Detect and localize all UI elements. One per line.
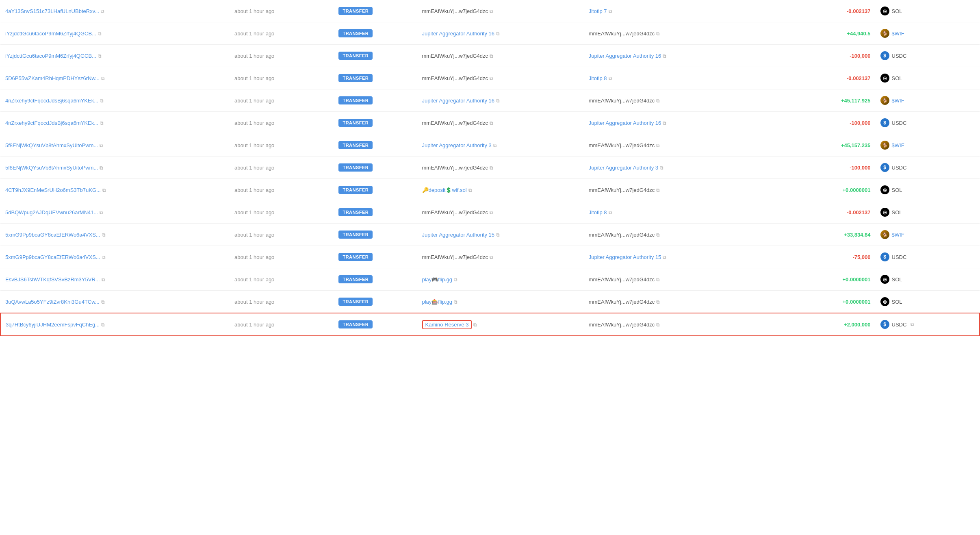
table-row: iYzjdcttGcu6tacoP9mM6Zrfyj4QGCB...⧉about… [0, 45, 980, 67]
copy-icon[interactable]: ⧉ [656, 322, 660, 328]
tx-time: about 1 hour ago [234, 322, 274, 328]
tx-amount: -100,000 [850, 165, 870, 171]
copy-icon[interactable]: ⧉ [656, 299, 660, 305]
token-cell: ◎SOL [880, 74, 975, 83]
token-cell: 🐕$WIF [880, 96, 975, 105]
to-address[interactable]: Jupiter Aggregator Authority 16 [589, 120, 661, 126]
copy-icon[interactable]: ⧉ [663, 53, 666, 59]
tx-hash-link[interactable]: 5xmG9Pp9bcaGY8caEfERWo6a4VXS... [5, 232, 100, 238]
tx-amount: +44,940.5 [847, 30, 870, 37]
to-address[interactable]: Jupiter Aggregator Authority 3 [589, 165, 658, 171]
copy-icon[interactable]: ⧉ [490, 53, 493, 59]
to-address[interactable]: Jitotip 8 [589, 209, 607, 215]
token-cell: 🐕$WIF [880, 141, 975, 150]
copy-icon[interactable]: ⧉ [656, 143, 660, 148]
tx-amount: -0.002137 [847, 209, 871, 215]
copy-icon[interactable]: ⧉ [102, 187, 106, 193]
from-address[interactable]: Jupiter Aggregator Authority 16 [422, 30, 495, 37]
tx-hash-link[interactable]: 3uQAvwLa5o5YFz9iZvr8Khi3Gu4TCw... [5, 299, 100, 305]
copy-icon[interactable]: ⧉ [473, 322, 477, 328]
copy-icon[interactable]: ⧉ [102, 232, 106, 238]
copy-icon[interactable]: ⧉ [656, 277, 660, 283]
copy-icon[interactable]: ⧉ [454, 277, 457, 283]
copy-icon[interactable]: ⧉ [101, 322, 105, 328]
token-label[interactable]: $WIF [892, 98, 904, 104]
copy-icon[interactable]: ⧉ [490, 254, 493, 260]
copy-icon[interactable]: ⧉ [98, 31, 102, 37]
to-address[interactable]: Jitotip 7 [589, 8, 607, 14]
tx-amount: -0.002137 [847, 75, 871, 81]
tx-hash-link[interactable]: iYzjdcttGcu6tacoP9mM6Zrfyj4QGCB... [5, 53, 96, 59]
from-address[interactable]: Kamino Reserve 3 [422, 320, 472, 329]
copy-icon[interactable]: ⧉ [101, 9, 104, 14]
copy-icon[interactable]: ⧉ [609, 210, 612, 215]
copy-icon[interactable]: ⧉ [911, 322, 914, 327]
copy-icon[interactable]: ⧉ [100, 120, 104, 126]
copy-icon[interactable]: ⧉ [490, 120, 493, 126]
copy-icon[interactable]: ⧉ [496, 31, 500, 37]
copy-icon[interactable]: ⧉ [656, 31, 660, 37]
tx-hash-link[interactable]: 5xmG9Pp9bcaGY8caEfERWo6a4VXS... [5, 254, 100, 260]
copy-icon[interactable]: ⧉ [663, 120, 666, 126]
copy-icon[interactable]: ⧉ [656, 98, 660, 104]
copy-icon[interactable]: ⧉ [609, 76, 612, 81]
from-address[interactable]: play🎮flip.gg [422, 276, 453, 283]
from-address[interactable]: play🎰flip.gg [422, 299, 453, 305]
copy-icon[interactable]: ⧉ [100, 210, 103, 215]
from-address[interactable]: Jupiter Aggregator Authority 3 [422, 142, 492, 148]
copy-icon[interactable]: ⧉ [656, 187, 660, 193]
wif-icon: 🐕 [880, 141, 889, 150]
copy-icon[interactable]: ⧉ [101, 76, 105, 81]
copy-icon[interactable]: ⧉ [660, 165, 663, 171]
copy-icon[interactable]: ⧉ [490, 210, 493, 215]
copy-icon[interactable]: ⧉ [102, 277, 105, 283]
tx-hash-link[interactable]: 5dBQWpug2AJDqUEVwnu26arMN41... [5, 209, 98, 215]
tx-hash-link[interactable]: 5D6P55wZKam4RhHqmPDHYsz6rNw... [5, 75, 100, 81]
copy-icon[interactable]: ⧉ [468, 187, 472, 193]
copy-icon[interactable]: ⧉ [609, 9, 612, 14]
token-label[interactable]: $WIF [892, 30, 904, 37]
copy-icon[interactable]: ⧉ [100, 165, 103, 171]
copy-icon[interactable]: ⧉ [98, 53, 102, 59]
tx-hash-link[interactable]: iYzjdcttGcu6tacoP9mM6Zrfyj4QGCB... [5, 30, 96, 37]
tx-hash-link[interactable]: 3q7HtBcy6yjiUJHM2eemFspvFqChEg... [6, 322, 100, 328]
sol-icon: ◎ [880, 185, 889, 194]
tx-hash-link[interactable]: 4nZrxehy9ctFqocdJdsBj6sqa6mYKEk... [5, 120, 98, 126]
copy-icon[interactable]: ⧉ [496, 232, 500, 238]
from-address[interactable]: 🔑deposit💲wif.sol [422, 187, 467, 193]
to-address[interactable]: Jitotip 8 [589, 75, 607, 81]
token-label[interactable]: $WIF [892, 232, 904, 238]
tx-time: about 1 hour ago [234, 254, 274, 260]
copy-icon[interactable]: ⧉ [102, 254, 106, 260]
copy-icon[interactable]: ⧉ [493, 143, 497, 148]
to-address[interactable]: Jupiter Aggregator Authority 16 [589, 53, 661, 59]
copy-icon[interactable]: ⧉ [656, 232, 660, 238]
copy-icon[interactable]: ⧉ [490, 9, 493, 14]
tx-amount: +0.0000001 [843, 299, 871, 305]
tx-hash-link[interactable]: 4nZrxehy9ctFqocdJdsBj6sqa6mYKEk... [5, 98, 98, 104]
copy-icon[interactable]: ⧉ [490, 165, 493, 171]
copy-icon[interactable]: ⧉ [496, 98, 500, 104]
tx-hash-link[interactable]: 4aY13SrwS151c73LHafULnUBbteRxv... [5, 8, 99, 14]
to-address[interactable]: Jupiter Aggregator Authority 15 [589, 254, 661, 260]
copy-icon[interactable]: ⧉ [454, 299, 457, 305]
tx-hash-link[interactable]: EsvBJS6TshWTKqfSVSvBzRm3Y5VR... [5, 276, 100, 283]
from-address[interactable]: Jupiter Aggregator Authority 15 [422, 232, 495, 238]
copy-icon[interactable]: ⧉ [101, 299, 105, 305]
copy-icon[interactable]: ⧉ [663, 254, 666, 260]
tx-amount: -0.002137 [847, 8, 871, 14]
sol-icon: ◎ [880, 275, 889, 284]
copy-icon[interactable]: ⧉ [100, 98, 104, 104]
token-label[interactable]: $WIF [892, 142, 904, 148]
tx-type-badge: TRANSFER [338, 74, 373, 82]
token-label: SOL [892, 187, 902, 193]
tx-hash-link[interactable]: 5f8ENjWkQYsuVb8tAhmxSyUitoPwm... [5, 142, 98, 148]
usdc-icon: $ [880, 320, 889, 329]
token-label: SOL [892, 75, 902, 81]
tx-hash-link[interactable]: 4CT9hJX9EnMeSrUH2o6mS3Tb7uKG... [5, 187, 101, 193]
tx-time: about 1 hour ago [234, 8, 274, 14]
tx-hash-link[interactable]: 5f8ENjWkQYsuVb8tAhmxSyUitoPwm... [5, 165, 98, 171]
copy-icon[interactable]: ⧉ [490, 76, 493, 81]
copy-icon[interactable]: ⧉ [100, 143, 103, 148]
from-address[interactable]: Jupiter Aggregator Authority 16 [422, 98, 495, 104]
